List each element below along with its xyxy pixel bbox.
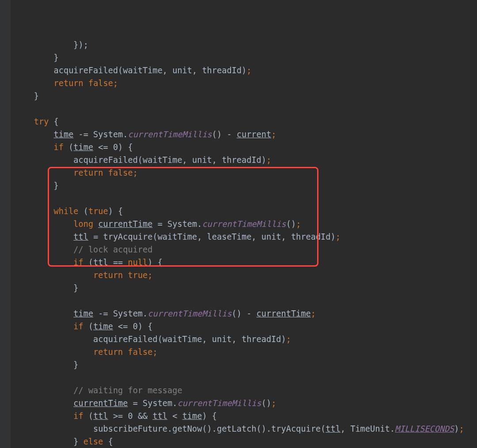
code-line[interactable]: return false; — [14, 346, 477, 358]
code-token: unit — [172, 66, 192, 75]
code-token — [14, 373, 19, 382]
code-line[interactable]: acquireFailed(waitTime, unit, threadId); — [14, 333, 477, 346]
code-token: -= System. — [73, 130, 128, 139]
code-token — [14, 168, 73, 177]
code-token: currentTimeMillis — [128, 130, 212, 139]
code-token: ( — [83, 411, 93, 421]
code-token: ) { — [118, 143, 133, 152]
code-token: threadId) — [202, 66, 246, 75]
code-token — [14, 117, 34, 126]
code-token: 0 — [133, 322, 138, 331]
code-token: } — [14, 91, 39, 101]
code-line[interactable]: time -= System.currentTimeMillis() - cur… — [14, 307, 477, 320]
code-line[interactable]: }); — [14, 38, 477, 51]
code-line[interactable]: if (time <= 0) { — [14, 141, 477, 154]
code-token — [14, 130, 54, 139]
code-line[interactable]: // waiting for message — [14, 384, 477, 397]
code-line[interactable]: } — [14, 358, 477, 371]
code-token — [14, 309, 73, 318]
code-line[interactable]: return false; — [14, 77, 477, 90]
code-token: ttl — [93, 258, 108, 267]
code-token — [14, 411, 73, 421]
code-token: , — [251, 232, 261, 241]
code-token: // waiting for message — [73, 386, 182, 395]
code-token: ) { — [138, 322, 153, 331]
code-token — [14, 104, 19, 113]
code-token: ) — [454, 424, 459, 433]
code-token: , — [197, 232, 207, 241]
code-line[interactable] — [14, 102, 477, 115]
code-line[interactable]: try { — [14, 115, 477, 128]
code-token: { — [103, 437, 113, 446]
code-token: threadId) — [291, 232, 336, 241]
code-line[interactable]: } — [14, 282, 477, 294]
code-line[interactable]: return true; — [14, 269, 477, 282]
code-line[interactable]: time -= System.currentTimeMillis() - cur… — [14, 128, 477, 141]
code-token: acquireFailed(waitTime — [14, 155, 182, 165]
code-token — [14, 232, 73, 241]
code-token — [14, 79, 54, 88]
code-token: acquireFailed(waitTime — [14, 66, 163, 75]
code-token: ttl — [326, 424, 341, 433]
code-token: if — [73, 411, 83, 421]
code-line[interactable]: subscribeFuture.getNow().getLatch().tryA… — [14, 422, 477, 435]
code-token: null — [128, 258, 148, 267]
code-token: if — [54, 143, 64, 152]
code-line[interactable]: } — [14, 51, 477, 64]
code-token — [14, 194, 19, 203]
code-line[interactable]: return false; — [14, 166, 477, 179]
code-token: TimeUnit. — [350, 424, 395, 433]
code-line[interactable]: } else { — [14, 435, 477, 448]
code-token: false — [128, 347, 153, 357]
code-token: ; — [311, 309, 316, 318]
code-token: current — [237, 130, 271, 139]
code-line[interactable]: if (ttl == null) { — [14, 256, 477, 269]
code-token: , — [232, 335, 242, 344]
code-token: currentTimeMillis — [177, 399, 261, 408]
code-token: }); — [14, 40, 88, 49]
code-token: ( — [83, 322, 93, 331]
code-token: == — [108, 258, 128, 267]
code-token: } — [14, 181, 59, 190]
code-editor[interactable]: }); } acquireFailed(waitTime, unit, thre… — [0, 0, 477, 448]
code-line[interactable] — [14, 192, 477, 205]
code-token: ; — [271, 399, 276, 408]
code-token: 0 — [113, 143, 118, 152]
code-token: ; — [271, 130, 276, 139]
code-line[interactable]: acquireFailed(waitTime, unit, threadId); — [14, 154, 477, 166]
code-line[interactable]: while (true) { — [14, 205, 477, 218]
code-token: if — [73, 258, 83, 267]
code-token — [14, 271, 93, 280]
code-token: , — [192, 66, 202, 75]
code-token: time — [73, 143, 93, 152]
code-token: long — [73, 219, 98, 229]
code-line[interactable]: } — [14, 90, 477, 102]
code-token: , — [341, 424, 350, 433]
code-line[interactable]: acquireFailed(waitTime, unit, threadId); — [14, 64, 477, 77]
code-line[interactable]: currentTime = System.currentTimeMillis()… — [14, 397, 477, 410]
code-line[interactable]: ttl = tryAcquire(waitTime, leaseTime, un… — [14, 230, 477, 243]
code-line[interactable]: if (time <= 0) { — [14, 320, 477, 333]
code-line[interactable]: // lock acquired — [14, 243, 477, 256]
code-token: currentTimeMillis — [148, 309, 231, 318]
code-token: ) { — [202, 411, 217, 421]
code-line[interactable]: } — [14, 179, 477, 192]
code-token: , — [212, 155, 222, 165]
code-line[interactable]: if (ttl >= 0 && ttl < time) { — [14, 410, 477, 422]
code-token: { — [49, 117, 58, 126]
code-token: currentTimeMillis — [202, 219, 286, 229]
code-token: false — [88, 79, 113, 88]
code-token: >= — [108, 411, 128, 421]
code-token: , — [281, 232, 291, 241]
code-token: 0 — [128, 411, 133, 421]
code-token: ; — [286, 335, 291, 344]
code-line[interactable]: long currentTime = System.currentTimeMil… — [14, 218, 477, 230]
code-token: -= System. — [93, 309, 148, 318]
code-token: ( — [64, 143, 73, 152]
code-token: , — [202, 335, 212, 344]
code-token: unit — [212, 335, 232, 344]
code-token: ttl — [152, 411, 167, 421]
code-line[interactable] — [14, 371, 477, 384]
code-line[interactable] — [14, 294, 477, 307]
code-area[interactable]: }); } acquireFailed(waitTime, unit, thre… — [0, 38, 477, 448]
